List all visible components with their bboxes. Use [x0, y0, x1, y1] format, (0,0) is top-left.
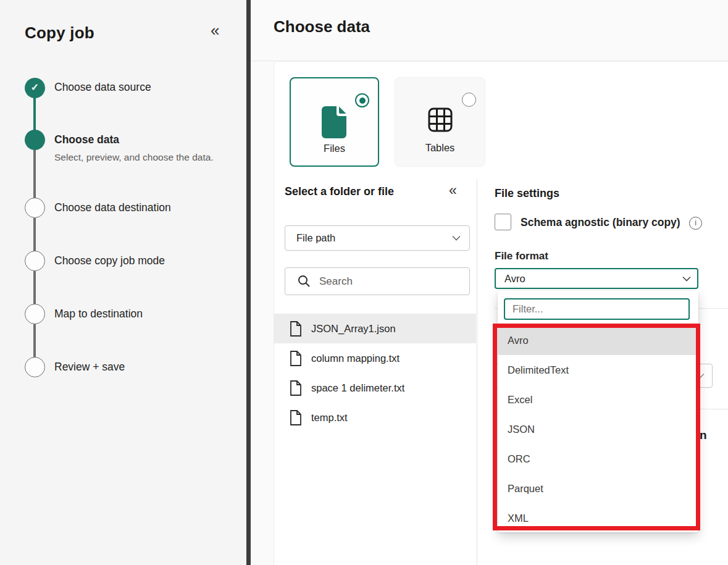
step-circle-upcoming[interactable]	[25, 357, 45, 377]
sidebar-title: Copy job	[25, 23, 94, 43]
partial-heading-fragment: n	[700, 429, 707, 442]
step-connector	[33, 218, 36, 252]
step-label-map-to-destination[interactable]: Map to destination	[54, 308, 143, 320]
card-files[interactable]: Files	[290, 77, 379, 167]
file-row-space-delimeter[interactable]: space 1 delimeter.txt	[274, 373, 476, 403]
step-circle-current[interactable]	[25, 130, 45, 150]
filter-box	[504, 298, 690, 320]
document-icon	[290, 380, 302, 396]
step-connector	[33, 150, 36, 199]
step-circle-upcoming[interactable]	[25, 304, 45, 324]
step-circle-upcoming[interactable]	[25, 251, 45, 271]
step-label-choose-data[interactable]: Choose data	[54, 133, 119, 146]
step-description: Select, preview, and choose the data.	[54, 152, 214, 163]
column-divider	[477, 179, 477, 565]
file-row-json-array1[interactable]: JSON_Array1.json	[274, 314, 476, 343]
file-format-value: Avro	[504, 273, 682, 285]
file-path-value: File path	[296, 232, 452, 244]
file-format-dropdown[interactable]: Avro	[495, 268, 698, 289]
step-connector	[33, 98, 36, 131]
step-label-choose-data-source[interactable]: Choose data source	[54, 81, 151, 94]
card-tables-label: Tables	[395, 142, 485, 154]
dropdown-option-parquet[interactable]: Parquet	[498, 474, 698, 503]
step-connector	[33, 324, 36, 358]
chevron-down-icon	[452, 235, 461, 241]
file-name: temp.txt	[311, 412, 348, 424]
file-name: JSON_Array1.json	[311, 323, 396, 335]
file-format-options: Avro DelimitedText Excel JSON ORC Parque…	[498, 325, 698, 533]
step-label-choose-data-destination[interactable]: Choose data destination	[54, 201, 171, 214]
dropdown-option-orc[interactable]: ORC	[498, 444, 698, 474]
radio-unselected-icon[interactable]	[462, 93, 476, 107]
page-title: Choose data	[274, 17, 370, 36]
file-format-dropdown-panel: Avro DelimitedText Excel JSON ORC Parque…	[498, 291, 698, 532]
document-icon	[290, 321, 302, 337]
file-name: space 1 delimeter.txt	[311, 382, 404, 394]
dropdown-option-json[interactable]: JSON	[498, 414, 698, 444]
card-tables[interactable]: Tables	[395, 77, 485, 167]
main-header: Choose data	[251, 0, 728, 61]
table-grid-icon	[395, 107, 485, 132]
step-circle-upcoming[interactable]	[25, 198, 45, 218]
sidebar-splitter[interactable]	[246, 0, 251, 565]
search-input[interactable]	[319, 275, 462, 288]
collapse-sidebar-icon[interactable]: «	[211, 22, 219, 38]
content-panel: Files Tables Select a folder or file « F…	[274, 61, 728, 565]
step-label-review-save[interactable]: Review + save	[54, 361, 125, 374]
file-row-temp[interactable]: temp.txt	[274, 403, 476, 432]
schema-agnostic-checkbox[interactable]	[495, 214, 511, 230]
document-icon	[290, 410, 302, 425]
search-icon	[298, 275, 311, 288]
main-area: Choose data Files	[251, 0, 728, 565]
dropdown-option-delimitedtext[interactable]: DelimitedText	[498, 355, 698, 385]
filter-input[interactable]	[505, 303, 688, 315]
file-name: column mapping.txt	[311, 353, 400, 364]
collapse-browser-icon[interactable]: «	[449, 183, 457, 198]
card-files-label: Files	[291, 143, 378, 154]
dropdown-option-avro[interactable]: Avro	[498, 325, 698, 355]
check-icon: ✓	[31, 83, 39, 93]
document-icon	[290, 351, 302, 366]
dropdown-option-xml[interactable]: XML	[498, 503, 698, 533]
schema-agnostic-label[interactable]: Schema agnostic (binary copy)	[521, 216, 680, 229]
info-icon[interactable]: i	[689, 217, 702, 230]
file-format-label: File format	[495, 250, 548, 262]
stepper-sidebar: Copy job « ✓ Choose data source Choose d…	[0, 0, 246, 565]
step-circle-completed[interactable]: ✓	[25, 78, 45, 98]
chevron-down-icon	[682, 276, 691, 282]
search-box	[285, 267, 470, 295]
file-path-dropdown[interactable]: File path	[285, 225, 470, 251]
file-icon	[291, 106, 378, 139]
file-row-column-mapping[interactable]: column mapping.txt	[274, 343, 476, 373]
step-label-choose-copy-job-mode[interactable]: Choose copy job mode	[54, 254, 165, 267]
step-connector	[33, 271, 36, 305]
file-browser-title: Select a folder or file	[285, 185, 394, 198]
dropdown-option-excel[interactable]: Excel	[498, 385, 698, 414]
file-settings-title: File settings	[495, 187, 559, 200]
